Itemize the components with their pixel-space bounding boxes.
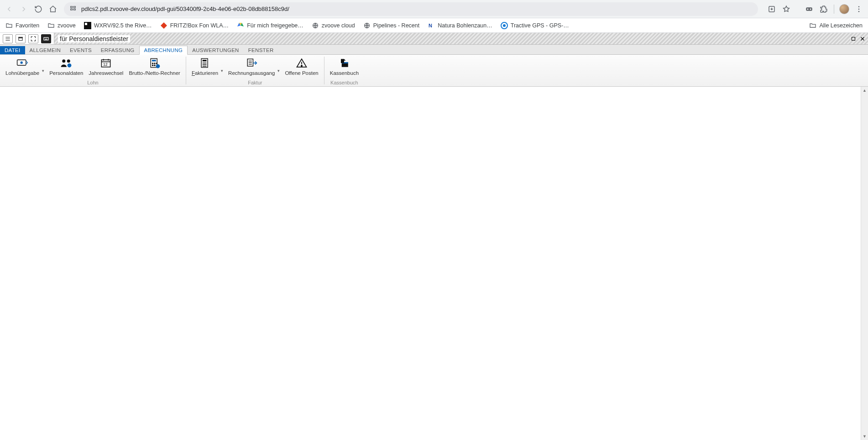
svg-point-31 (67, 59, 70, 63)
scroll-down-icon[interactable]: ▼ (861, 433, 868, 440)
extensions-icon[interactable] (817, 3, 830, 16)
svg-rect-0 (71, 6, 73, 8)
svg-rect-5 (806, 7, 812, 11)
ribbon-button-label: Rechnungsausgang (228, 70, 275, 76)
svg-rect-44 (203, 60, 207, 62)
fritz-icon (160, 22, 167, 29)
jahreswechsel-icon: 12 (99, 57, 113, 69)
bookmark-item[interactable]: NNatura Bohlenzaun… (426, 20, 494, 31)
svg-point-32 (68, 63, 72, 68)
bookmark-label: Tractive GPS - GPS-… (511, 22, 569, 29)
folder-icon (47, 22, 55, 29)
ribbon-tab-events[interactable]: EVENTS (65, 46, 96, 54)
wxrv-icon (84, 22, 91, 29)
svg-rect-1 (73, 6, 75, 8)
ribbon-button-label: Personaldaten (49, 70, 83, 76)
ribbon-button-lohnubergabe[interactable]: Lohnübergabe (3, 56, 42, 77)
ribbon-group-lohn: Lohnübergabe▾Personaldaten12Jahreswechse… (0, 55, 186, 86)
bookmark-label: Für mich freigegebe… (247, 22, 303, 29)
all-bookmarks-button[interactable]: Alle Lesezeichen (807, 20, 864, 31)
svg-point-40 (152, 65, 153, 66)
bookmark-label: Natura Bohlenzaun… (438, 22, 492, 29)
chevron-down-icon[interactable]: ▾ (42, 59, 47, 73)
qa-keyboard-icon[interactable] (41, 34, 51, 43)
bookmark-label: zvoove (58, 22, 76, 29)
bookmark-item[interactable]: Für mich freigegebe… (235, 20, 305, 31)
profile-avatar[interactable] (838, 3, 851, 16)
vertical-scrollbar[interactable]: ▲ ▼ (861, 87, 868, 440)
svg-point-30 (63, 59, 66, 63)
bookmark-label: zvoove cloud (322, 22, 355, 29)
ribbon-button-jahreswechsel[interactable]: 12Jahreswechsel (86, 56, 126, 77)
svg-point-9 (858, 8, 860, 10)
bookmark-item[interactable]: Pipelines - Recent (361, 20, 421, 31)
brutto-netto-icon (148, 57, 162, 69)
app-close-icon[interactable] (859, 35, 866, 42)
bookmark-item[interactable]: zvoove (46, 20, 78, 31)
content-area (0, 87, 868, 440)
ribbon-button-label: Lohnübergabe (5, 70, 39, 76)
ribbon-tab-fenster[interactable]: FENSTER (244, 46, 278, 54)
kebab-menu-icon[interactable] (852, 3, 865, 16)
bookmark-item[interactable]: Tractive GPS - GPS-… (499, 20, 571, 31)
svg-point-23 (503, 24, 506, 27)
svg-rect-25 (19, 37, 22, 38)
svg-point-7 (810, 8, 811, 10)
app-titlebar: für Personaldienstleister (0, 33, 868, 45)
ribbon-button-label: Jahreswechsel (89, 70, 123, 76)
ribbon-button-kassenbuch[interactable]: Kassenbuch (327, 56, 361, 77)
globe-icon (312, 22, 319, 29)
site-settings-icon[interactable] (69, 5, 77, 13)
bookmarks-bar: FavoritenzvooveWXRV/92.5 the Rive…FRITZ!… (0, 18, 868, 33)
ribbon-tab-abrechnung[interactable]: ABRECHNUNG (139, 46, 188, 55)
svg-rect-27 (852, 37, 855, 40)
ribbon-tab-datei[interactable]: DATEI (0, 46, 25, 54)
svg-point-38 (154, 63, 155, 64)
bookmark-label: Favoriten (16, 22, 39, 29)
ribbon-button-label: Fakturieren (192, 70, 218, 76)
personaldaten-icon (59, 57, 73, 69)
ribbon-tab-auswertungen[interactable]: AUSWERTUNGEN (188, 46, 243, 54)
svg-point-39 (156, 63, 157, 64)
tractive-icon (501, 22, 508, 29)
bookmark-item[interactable]: FRITZ!Box Fon WLA… (158, 20, 231, 31)
bookmark-item[interactable]: zvoove cloud (310, 20, 357, 31)
svg-rect-26 (44, 37, 49, 40)
svg-point-42 (156, 64, 160, 68)
all-bookmarks-label: Alle Lesezeichen (819, 22, 863, 29)
bookmark-item[interactable]: WXRV/92.5 the Rive… (82, 20, 154, 31)
qa-fullscreen-icon[interactable] (28, 34, 38, 43)
ribbon-button-personaldaten[interactable]: Personaldaten (47, 56, 86, 77)
ribbon-group-faktur: Fakturieren▾Rechnungsausgang▾Offene Post… (186, 55, 324, 86)
svg-rect-3 (73, 9, 75, 10)
address-bar[interactable]: pdlcs2.pdl.zvoove-dev.cloud/pdl-gui/5034… (64, 2, 758, 16)
install-app-icon[interactable] (765, 3, 778, 16)
folder-icon (5, 22, 13, 29)
ribbon-group-caption: Faktur (189, 80, 321, 86)
quick-access-toolbar (0, 33, 54, 44)
ribbon-tab-erfassung[interactable]: ERFASSUNG (96, 46, 139, 54)
nav-home-button[interactable] (47, 3, 59, 16)
qa-window-icon[interactable] (16, 34, 26, 43)
qa-menu-icon[interactable] (3, 34, 13, 43)
scroll-up-icon[interactable]: ▲ (861, 87, 868, 94)
ribbon-button-fakturieren[interactable]: Fakturieren (189, 56, 221, 77)
ribbon-button-label: Offene Posten (285, 70, 318, 76)
chevron-down-icon[interactable]: ▾ (277, 59, 282, 73)
svg-point-6 (807, 8, 809, 10)
app-viewport: für Personaldienstleister DATEIALLGEMEIN… (0, 33, 868, 440)
nav-forward-button[interactable] (17, 3, 30, 16)
nav-reload-button[interactable] (32, 3, 45, 16)
ribbon-tab-allgemein[interactable]: ALLGEMEIN (25, 46, 66, 54)
ribbon-button-rechnungsausgang[interactable]: Rechnungsausgang (225, 56, 277, 77)
nav-back-button[interactable] (3, 3, 16, 16)
chevron-down-icon[interactable]: ▾ (221, 59, 225, 73)
app-maximize-icon[interactable] (850, 35, 857, 42)
offene-posten-icon (295, 57, 309, 69)
svg-rect-2 (71, 9, 73, 10)
ribbon-button-offene-posten[interactable]: Offene Posten (282, 56, 321, 77)
ribbon-button-brutto-netto[interactable]: Brutto-/Netto-Rechner (126, 56, 183, 77)
bookmark-item[interactable]: Favoriten (4, 20, 41, 31)
vr-icon[interactable] (803, 3, 816, 16)
bookmark-star-icon[interactable] (780, 3, 793, 16)
